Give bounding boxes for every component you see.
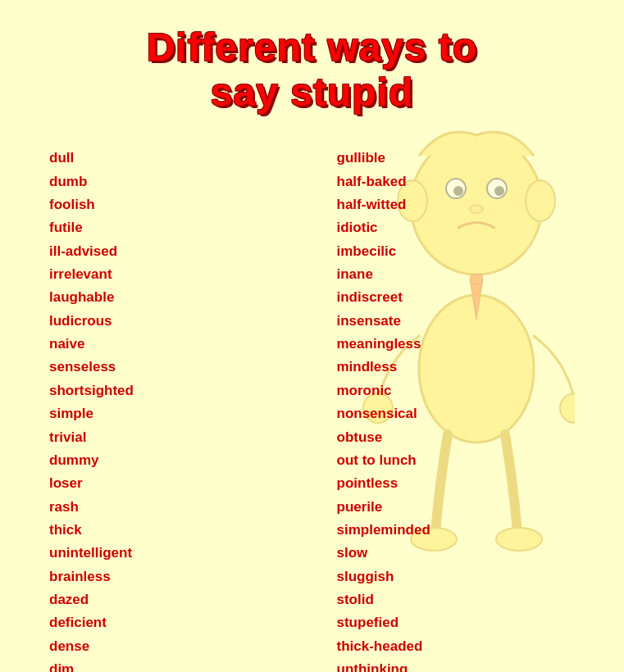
list-item: indiscreet: [337, 287, 576, 308]
list-item: ill-advised: [49, 241, 288, 262]
list-item: laughable: [49, 287, 288, 308]
list-item: gullible: [337, 148, 576, 169]
list-item: rash: [49, 497, 288, 518]
list-item: out to lunch: [337, 450, 576, 471]
right-column: gulliblehalf-bakedhalf-wittedidioticimbe…: [337, 148, 576, 672]
list-item: thick-headed: [337, 636, 576, 657]
left-column: dulldumbfoolishfutileill-advisedirreleva…: [49, 148, 288, 672]
list-item: idiotic: [337, 217, 576, 238]
list-item: half-baked: [337, 171, 576, 193]
list-item: loser: [49, 473, 288, 494]
list-item: thick: [49, 520, 288, 541]
list-item: deficient: [49, 612, 288, 633]
list-item: slow: [337, 543, 576, 564]
list-item: simple: [49, 403, 288, 425]
list-item: imbecilic: [337, 241, 576, 262]
content-area: dulldumbfoolishfutileill-advisedirreleva…: [0, 148, 624, 672]
list-item: sluggish: [337, 566, 576, 588]
list-item: nonsensical: [337, 403, 576, 425]
list-item: dumb: [49, 171, 288, 193]
list-item: unintelligent: [49, 543, 288, 564]
list-item: inane: [337, 264, 576, 285]
page-wrapper: Different ways to say stupid dulldumbfoo…: [0, 0, 624, 672]
list-item: dummy: [49, 450, 288, 471]
list-item: half-witted: [337, 194, 576, 216]
title-line1: Different ways to: [147, 25, 478, 69]
list-item: insensate: [337, 311, 576, 332]
list-item: dense: [49, 636, 288, 657]
list-item: shortsighted: [49, 380, 288, 402]
list-item: pointless: [337, 473, 576, 494]
list-item: senseless: [49, 356, 288, 378]
list-item: trivial: [49, 427, 288, 448]
list-item: irrelevant: [49, 264, 288, 285]
list-item: meaningless: [337, 334, 576, 355]
list-item: dull: [49, 148, 288, 169]
list-item: futile: [49, 217, 288, 238]
list-item: stolid: [337, 589, 576, 611]
list-item: mindless: [337, 356, 576, 378]
list-item: dim: [49, 659, 288, 672]
list-item: ludicrous: [49, 311, 288, 332]
list-item: simpleminded: [337, 520, 576, 541]
list-item: puerile: [337, 497, 576, 518]
list-item: dazed: [49, 589, 288, 611]
list-item: unthinking: [337, 659, 576, 672]
list-item: naive: [49, 334, 288, 355]
list-item: stupefied: [337, 612, 576, 633]
list-item: foolish: [49, 194, 288, 216]
list-item: obtuse: [337, 427, 576, 448]
main-title: Different ways to say stupid: [49, 25, 575, 115]
list-item: brainless: [49, 566, 288, 588]
list-item: moronic: [337, 380, 576, 402]
